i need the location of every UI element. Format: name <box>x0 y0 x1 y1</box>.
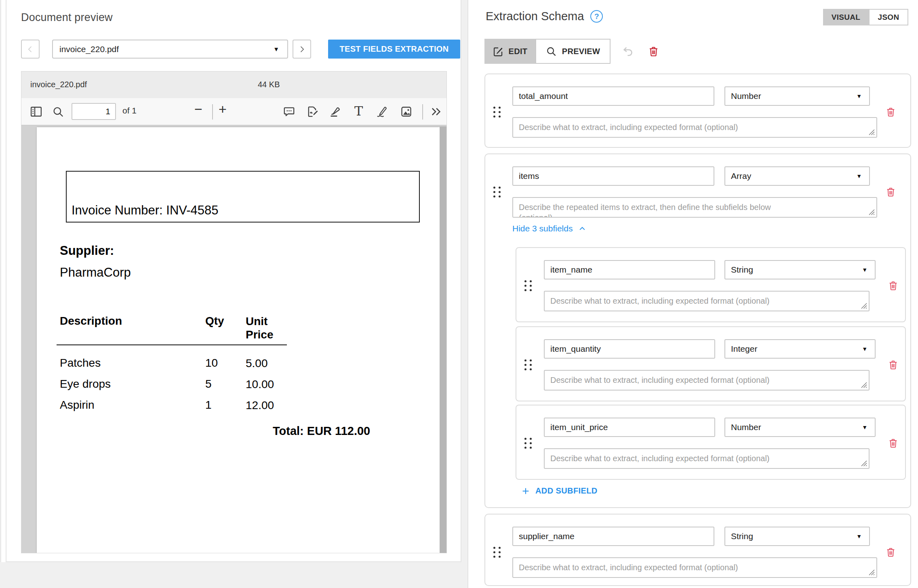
more-tools-button[interactable] <box>430 105 443 118</box>
signature-tool-button[interactable] <box>306 105 319 118</box>
zoom-out-button[interactable]: − <box>194 101 202 117</box>
next-document-button[interactable] <box>293 40 311 59</box>
double-chevron-right-icon <box>430 105 443 118</box>
chevron-left-icon <box>26 45 34 53</box>
field-type-value: Array <box>731 171 751 181</box>
search-icon <box>546 46 557 57</box>
table-row: Aspirin 1 12.00 <box>57 399 287 412</box>
field-name-input[interactable] <box>512 166 714 186</box>
delete-subfield-button[interactable] <box>888 438 899 449</box>
field-description-textarea[interactable] <box>512 197 877 218</box>
page-number-input[interactable] <box>72 103 116 120</box>
delete-schema-button[interactable] <box>648 46 659 57</box>
highlight-tool-button[interactable] <box>328 105 342 118</box>
subfield-type-value: String <box>731 265 753 275</box>
field-description-textarea[interactable] <box>512 117 877 138</box>
toolbar-divider <box>212 104 213 120</box>
resize-grip-icon[interactable] <box>869 569 875 575</box>
subfield-type-select[interactable]: Integer ▼ <box>724 339 876 359</box>
add-subfield-button[interactable]: ADD SUBFIELD <box>521 486 598 496</box>
previous-document-button[interactable] <box>21 40 40 59</box>
zoom-in-button[interactable]: + <box>219 101 227 117</box>
delete-subfield-button[interactable] <box>888 359 899 370</box>
invoice-items-table: Description Qty Unit Price Patches 10 5.… <box>57 315 287 412</box>
mode-toggle-row: EDIT PREVIEW <box>484 39 659 64</box>
pdf-page: Invoice Number: INV-4585 Supplier: Pharm… <box>37 127 440 553</box>
draw-tool-button[interactable] <box>375 105 389 118</box>
field-card-supplier-name: String ▼ <box>484 514 911 586</box>
cell-description: Patches <box>60 357 205 370</box>
extraction-schema-header: Extraction Schema ? <box>486 10 603 23</box>
chevron-down-icon: ▼ <box>862 424 867 430</box>
field-type-select[interactable]: String ▼ <box>724 527 870 546</box>
test-fields-extraction-button[interactable]: TEST FIELDS EXTRACTION <box>328 40 460 59</box>
resize-grip-icon[interactable] <box>869 129 875 135</box>
tab-visual[interactable]: VISUAL <box>823 9 869 25</box>
trash-icon <box>888 438 899 449</box>
document-file-select[interactable]: invoice_220.pdf ▼ <box>52 40 288 59</box>
field-type-select[interactable]: Number ▼ <box>724 86 870 106</box>
header-unit-price: Unit Price <box>246 315 287 341</box>
drag-handle-icon[interactable] <box>493 107 501 118</box>
field-name-input[interactable] <box>512 527 714 546</box>
plus-icon <box>521 487 530 496</box>
resize-grip-icon[interactable] <box>861 382 867 388</box>
trash-icon <box>885 187 896 197</box>
subfield-description-textarea[interactable] <box>544 370 870 391</box>
edit-label: EDIT <box>509 47 528 56</box>
text-tool-button[interactable]: T <box>354 103 363 119</box>
image-tool-button[interactable] <box>400 105 413 118</box>
hide-subfields-link[interactable]: Hide 3 subfields <box>512 224 586 233</box>
drag-handle-icon[interactable] <box>524 359 532 370</box>
drag-handle-icon[interactable] <box>493 187 501 197</box>
pdf-viewer: invoice_220.pdf 44 KB of 1 − + T Invoice… <box>21 71 447 553</box>
delete-subfield-button[interactable] <box>888 280 899 291</box>
drag-handle-icon[interactable] <box>524 280 532 291</box>
field-name-input[interactable] <box>512 86 714 106</box>
help-icon[interactable]: ? <box>590 10 603 23</box>
extraction-schema-panel: Extraction Schema ? VISUAL JSON EDIT PRE… <box>467 0 918 588</box>
field-type-select[interactable]: Array ▼ <box>724 166 870 186</box>
pdf-file-name: invoice_220.pdf <box>30 80 87 89</box>
chevron-down-icon: ▼ <box>273 46 279 52</box>
resize-grip-icon[interactable] <box>861 303 867 309</box>
subfield-name-input[interactable] <box>544 260 715 279</box>
subfield-type-select[interactable]: Number ▼ <box>724 418 876 437</box>
subfield-name-input[interactable] <box>544 339 715 359</box>
chevron-down-icon: ▼ <box>856 533 862 540</box>
field-description-textarea[interactable] <box>512 557 877 578</box>
delete-field-button[interactable] <box>885 187 896 197</box>
sidebar-toggle-icon <box>29 105 43 118</box>
resize-grip-icon[interactable] <box>861 460 867 466</box>
subfield-name-input[interactable] <box>544 418 715 437</box>
drag-handle-icon[interactable] <box>524 438 532 449</box>
cell-unit-price: 5.00 <box>246 357 287 370</box>
delete-field-button[interactable] <box>885 107 896 118</box>
edit-pencil-icon <box>493 46 503 57</box>
pdf-document-area: Invoice Number: INV-4585 Supplier: Pharm… <box>21 126 446 553</box>
pdf-search-button[interactable] <box>52 106 64 118</box>
tab-preview[interactable]: PREVIEW <box>535 39 611 64</box>
field-description-wrap <box>512 557 877 578</box>
undo-button[interactable] <box>622 45 634 57</box>
invoice-number-text: Invoice Number: INV-4585 <box>72 203 219 218</box>
subfield-description-textarea[interactable] <box>544 448 870 469</box>
subfield-description-textarea[interactable] <box>544 291 870 311</box>
pdf-scrollbar-thumb[interactable] <box>440 126 446 553</box>
delete-field-button[interactable] <box>885 547 896 558</box>
cell-unit-price: 12.00 <box>246 399 287 412</box>
resize-grip-icon[interactable] <box>869 209 875 215</box>
supplier-name-text: PharmaCorp <box>60 265 131 280</box>
tab-json[interactable]: JSON <box>869 9 908 25</box>
document-preview-title: Document preview <box>21 11 113 24</box>
header-description: Description <box>60 315 205 341</box>
subfield-description-wrap <box>544 291 870 311</box>
subfield-type-select[interactable]: String ▼ <box>724 260 876 279</box>
cell-qty: 10 <box>205 357 246 370</box>
subfield-card-item-name: String ▼ <box>516 247 906 322</box>
drag-handle-icon[interactable] <box>493 547 501 558</box>
cell-qty: 1 <box>205 399 246 412</box>
comment-tool-button[interactable] <box>282 105 296 118</box>
sidebar-toggle-button[interactable] <box>29 105 43 118</box>
tab-edit[interactable]: EDIT <box>484 39 535 64</box>
